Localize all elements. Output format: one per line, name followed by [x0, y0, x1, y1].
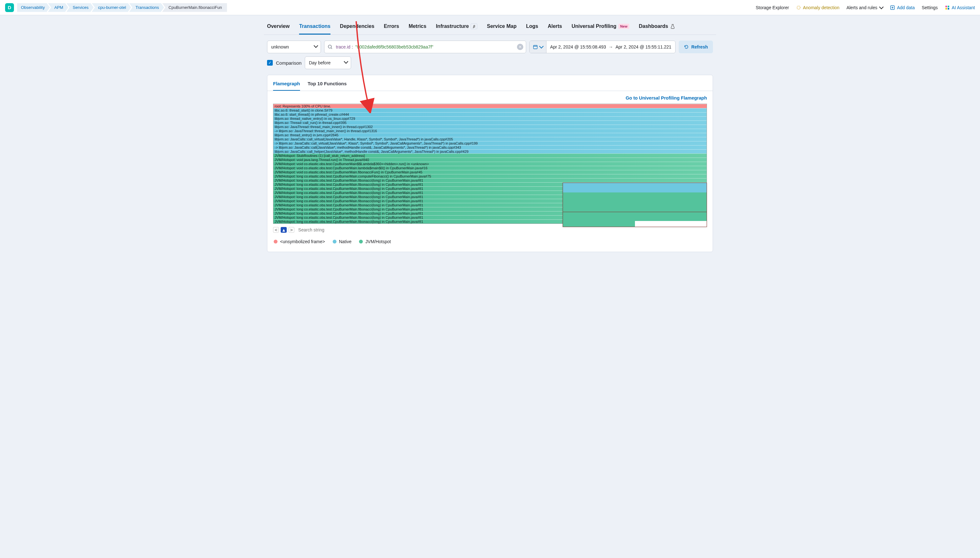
legend-swatch-unsymbolized [274, 240, 277, 243]
svg-point-0 [797, 6, 800, 9]
svg-rect-2 [946, 6, 947, 7]
legend-unsymbolized-label: <unsymbolized frame> [280, 239, 325, 244]
alerts-rules-dropdown[interactable]: Alerts and rules [847, 5, 883, 10]
nav-next-button[interactable]: > [289, 227, 294, 233]
environment-value: unknown [271, 44, 289, 49]
space-selector[interactable]: D [5, 3, 14, 12]
plus-circle-icon [890, 5, 895, 10]
tab-infrastructure[interactable]: Infrastructure β [436, 21, 477, 34]
environment-select[interactable]: unknown [267, 41, 321, 53]
chevron-down-icon [344, 59, 348, 64]
flame-frame[interactable]: JVM/Hotspot: void co.elastic.obs.test.Cp… [273, 170, 707, 174]
nav-prev-button[interactable]: < [273, 227, 279, 233]
flame-frame[interactable]: JVM/Hotspot: StubRoutines (1) [call_stub… [273, 153, 707, 158]
comparison-value: Day before [309, 60, 330, 65]
flame-frame[interactable]: JVM/Hotspot: void co.elastic.obs.test.Cp… [273, 162, 707, 166]
alerts-rules-label: Alerts and rules [847, 5, 877, 10]
crumb-transactions[interactable]: Transactions [129, 3, 164, 12]
minimap-native-region [563, 183, 707, 192]
top-actions: Storage Explorer Anomaly detection Alert… [756, 5, 975, 10]
chevron-down-icon [879, 5, 883, 9]
flame-frame[interactable]: JVM/Hotspot: void co.elastic.obs.test.Cp… [273, 166, 707, 170]
tab-alerts[interactable]: Alerts [548, 21, 562, 34]
flame-frame[interactable]: JVM/Hotspot: long co.elastic.obs.test.Cp… [273, 174, 707, 178]
comparison-checkbox[interactable]: ✓ [267, 60, 273, 66]
svg-point-6 [328, 45, 332, 48]
go-to-universal-profiling-link[interactable]: Go to Universal Profiling Flamegraph [273, 95, 707, 100]
flame-frame[interactable]: -> libjvm.so: JavaCalls::call(JavaValue*… [273, 145, 707, 149]
tab-dashboards-label: Dashboards [639, 23, 668, 29]
nav-up-button[interactable]: ▲ [281, 227, 286, 233]
crumb-observability[interactable]: Observability [17, 3, 50, 12]
ai-assistant-label: AI Assistant [952, 5, 975, 10]
crumb-service-name[interactable]: cpu-burner-otel [92, 3, 131, 12]
time-to: Apr 2, 2024 @ 15:55:11.221 [616, 44, 671, 49]
new-badge: New [619, 24, 630, 29]
crumb-apm[interactable]: APM [48, 3, 68, 12]
tab-service-map[interactable]: Service Map [487, 21, 516, 34]
anomaly-detection-label: Anomaly detection [803, 5, 839, 10]
flame-frame[interactable]: libjvm.so: thread_native_entry() in os_l… [273, 117, 707, 120]
add-data-link[interactable]: Add data [890, 5, 915, 10]
tab-errors[interactable]: Errors [384, 21, 399, 34]
comparison-select[interactable]: Day before [305, 56, 351, 69]
arrow-right-icon: → [609, 44, 613, 49]
flame-frame[interactable]: root: Represents 100% of CPU time. [273, 104, 707, 108]
chevron-down-icon [539, 44, 543, 49]
legend-swatch-jvm [359, 240, 363, 243]
time-from: Apr 2, 2024 @ 15:55:08.493 [550, 44, 606, 49]
time-range-display[interactable]: Apr 2, 2024 @ 15:55:08.493 → Apr 2, 2024… [547, 44, 675, 49]
add-data-label: Add data [897, 5, 915, 10]
tab-top10[interactable]: Top 10 Functions [308, 78, 346, 91]
anomaly-detection-link[interactable]: Anomaly detection [796, 5, 839, 10]
svg-rect-4 [946, 8, 947, 10]
kql-query-bar[interactable]: trace.id : "0002dafed6f9c56803beb53cb829… [324, 41, 526, 53]
legend-jvm-label: JVM/Hotspot [365, 239, 391, 244]
tab-flamegraph[interactable]: Flamegraph [273, 78, 300, 91]
flame-frame[interactable]: libc.so.6: thread_start() in clone.S#79 [273, 108, 707, 112]
refresh-button[interactable]: Refresh [679, 41, 713, 53]
clear-query-button[interactable]: ✕ [517, 44, 523, 50]
ai-assistant-icon [945, 5, 950, 10]
tab-universal-profiling[interactable]: Universal Profiling New [571, 21, 629, 34]
flamegraph-search-input[interactable] [297, 227, 707, 233]
refresh-icon [684, 44, 689, 49]
flame-frame[interactable]: libc.so.6: start_thread() in pthread_cre… [273, 112, 707, 117]
flame-frame[interactable]: -> libjvm.so: JavaCalls::call_virtual(Ja… [273, 141, 707, 145]
tab-logs[interactable]: Logs [526, 21, 538, 34]
calendar-button[interactable] [530, 41, 547, 53]
flame-frame[interactable]: libjvm.so: JavaThread::thread_main_inner… [273, 125, 707, 129]
tab-infrastructure-label: Infrastructure [436, 23, 469, 29]
tab-transactions[interactable]: Transactions [299, 21, 330, 34]
panel-tabs: Flamegraph Top 10 Functions [268, 75, 712, 91]
tab-metrics[interactable]: Metrics [409, 21, 426, 34]
tab-overview[interactable]: Overview [267, 21, 290, 34]
legend-unsymbolized: <unsymbolized frame> [274, 239, 325, 244]
comparison-label: Comparison [276, 60, 302, 66]
legend-native-label: Native [339, 239, 352, 244]
flame-frame[interactable]: libjvm.so: JavaCalls::call_virtual(JavaV… [273, 137, 707, 141]
flamegraph-minimap[interactable] [563, 183, 707, 227]
tab-universal-profiling-label: Universal Profiling [571, 23, 616, 29]
flame-frame[interactable]: libjvm.so: Thread::call_run() in thread.… [273, 120, 707, 125]
minimap-jvm-region-1 [563, 192, 707, 212]
crumb-services[interactable]: Services [66, 3, 94, 12]
flame-frame[interactable]: JVM/Hotspot: long co.elastic.obs.test.Cp… [273, 178, 707, 182]
query-field-name: trace.id [336, 44, 350, 49]
minimap-jvm-region-2 [563, 212, 707, 227]
svg-rect-7 [534, 45, 537, 49]
flame-frame[interactable]: JVM/Hotspot: void java.lang.Thread.run()… [273, 158, 707, 162]
comparison-row: ✓ Comparison Day before [264, 56, 716, 75]
flamegraph-legend: <unsymbolized frame> Native JVM/Hotspot [273, 233, 707, 246]
flask-icon [670, 24, 675, 29]
flame-frame[interactable]: libjvm.so: JavaCalls::call_helper(JavaVa… [273, 149, 707, 153]
flamegraph-nav: < ▲ > [273, 227, 294, 233]
tab-dependencies[interactable]: Dependencies [340, 21, 374, 34]
settings-link[interactable]: Settings [922, 5, 938, 10]
tab-dashboards[interactable]: Dashboards [639, 21, 675, 34]
flame-frame[interactable]: -> libjvm.so: JavaThread::thread_main_in… [273, 129, 707, 133]
flame-frame[interactable]: libjvm.so: thread_entry() in jvm.cpp#284… [273, 133, 707, 137]
query-field-value: "0002dafed6f9c56803beb53cb829aa7f" [355, 44, 433, 49]
storage-explorer-link[interactable]: Storage Explorer [756, 5, 789, 10]
ai-assistant-link[interactable]: AI Assistant [945, 5, 975, 10]
